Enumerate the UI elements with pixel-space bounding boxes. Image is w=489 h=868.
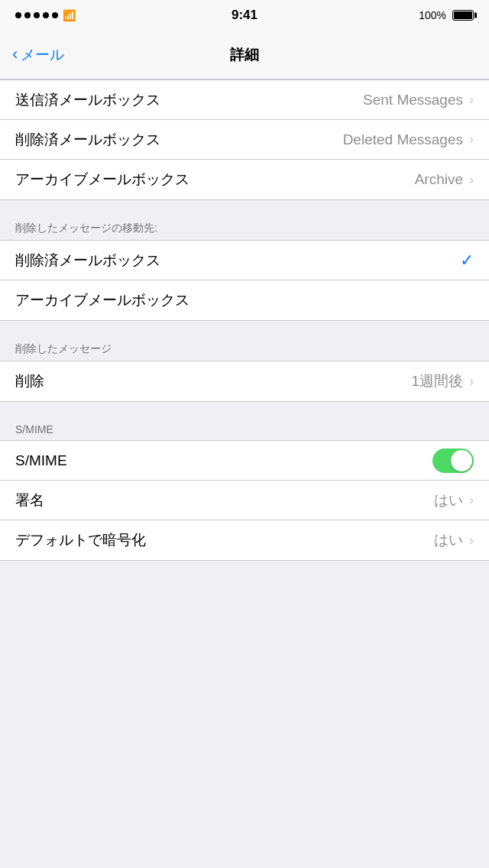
move-section: 削除したメッセージの移動先: 削除済メールボックス ✓ アーカイブメールボックス <box>0 215 489 321</box>
battery-percent: 100% <box>419 9 446 21</box>
encrypt-value: はい <box>434 530 463 550</box>
delete-label: 削除 <box>15 371 411 391</box>
smime-list: S/MIME 署名 はい › デフォルトで暗号化 はい › <box>0 440 489 561</box>
deleted-mailbox-chevron-icon: › <box>469 131 474 147</box>
move-section-header: 削除したメッセージの移動先: <box>0 215 489 240</box>
battery-icon <box>452 10 474 21</box>
gap-4 <box>0 561 489 576</box>
status-left: 📶 <box>15 9 76 21</box>
archive-mailbox-chevron-icon: › <box>469 172 474 188</box>
sign-value: はい <box>434 491 463 510</box>
gap-2 <box>0 321 489 336</box>
gap-3 <box>0 402 489 417</box>
archive-mailbox-item[interactable]: アーカイブメールボックス Archive › <box>0 160 489 199</box>
deleted-mailbox-label: 削除済メールボックス <box>15 130 343 150</box>
archive-mailbox-value: Archive <box>415 171 463 188</box>
wifi-icon: 📶 <box>63 9 76 21</box>
smime-toggle-item[interactable]: S/MIME <box>0 441 489 481</box>
deleted-mailbox-item[interactable]: 削除済メールボックス Deleted Messages › <box>0 120 489 160</box>
sent-mailbox-chevron-icon: › <box>469 92 474 108</box>
delete-chevron-icon: › <box>469 374 474 390</box>
mailbox-list: 送信済メールボックス Sent Messages › 削除済メールボックス De… <box>0 79 489 200</box>
signal-icon <box>15 12 58 18</box>
gap-1 <box>0 200 489 215</box>
sent-mailbox-label: 送信済メールボックス <box>15 90 363 110</box>
move-list: 削除済メールボックス ✓ アーカイブメールボックス <box>0 240 489 321</box>
move-deleted-label: 削除済メールボックス <box>15 251 460 270</box>
delete-value: 1週間後 <box>411 371 463 391</box>
smime-label: S/MIME <box>15 452 432 469</box>
status-time: 9:41 <box>232 8 257 23</box>
encrypt-chevron-icon: › <box>469 533 474 549</box>
sign-item[interactable]: 署名 はい › <box>0 481 489 520</box>
smime-section: S/MIME S/MIME 署名 はい › デフォルトで暗号化 はい › <box>0 417 489 561</box>
sign-label: 署名 <box>15 491 434 510</box>
move-archive-item[interactable]: アーカイブメールボックス <box>0 280 489 320</box>
move-archive-label: アーカイブメールボックス <box>15 290 474 310</box>
encrypt-item[interactable]: デフォルトで暗号化 はい › <box>0 520 489 560</box>
mailbox-section: 送信済メールボックス Sent Messages › 削除済メールボックス De… <box>0 79 489 200</box>
nav-bar: ‹ メール 詳細 <box>0 31 489 79</box>
status-right: 100% <box>419 9 474 21</box>
sign-chevron-icon: › <box>469 492 474 508</box>
sent-mailbox-item[interactable]: 送信済メールボックス Sent Messages › <box>0 80 489 120</box>
sent-mailbox-value: Sent Messages <box>363 92 463 108</box>
delete-section-header: 削除したメッセージ <box>0 336 489 361</box>
page-title: 詳細 <box>230 45 259 65</box>
smime-section-header: S/MIME <box>0 417 489 440</box>
back-label: メール <box>21 45 64 65</box>
toggle-thumb <box>451 450 472 471</box>
back-button[interactable]: ‹ メール <box>12 45 64 65</box>
delete-list: 削除 1週間後 › <box>0 361 489 402</box>
deleted-mailbox-value: Deleted Messages <box>343 131 463 148</box>
back-chevron-icon: ‹ <box>12 44 18 64</box>
delete-section: 削除したメッセージ 削除 1週間後 › <box>0 336 489 402</box>
encrypt-label: デフォルトで暗号化 <box>15 530 434 550</box>
move-deleted-item[interactable]: 削除済メールボックス ✓ <box>0 241 489 280</box>
archive-mailbox-label: アーカイブメールボックス <box>15 170 415 189</box>
check-icon: ✓ <box>460 251 474 270</box>
smime-toggle[interactable] <box>432 449 474 473</box>
delete-item[interactable]: 削除 1週間後 › <box>0 361 489 401</box>
status-bar: 📶 9:41 100% <box>0 0 489 31</box>
